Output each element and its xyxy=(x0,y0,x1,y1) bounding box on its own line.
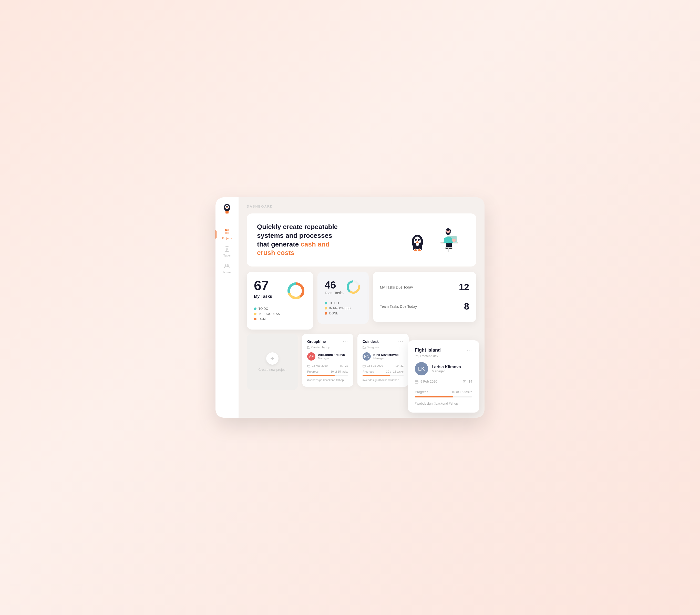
svg-rect-50 xyxy=(308,365,310,367)
svg-rect-56 xyxy=(363,365,365,367)
team-legend-inprogress: IN PROGRESS xyxy=(325,306,362,310)
legend-done: DONE xyxy=(254,317,306,321)
svg-point-28 xyxy=(418,249,421,251)
my-tasks-due-count: 12 xyxy=(459,282,469,293)
fight-island-meta: 9 Feb 2020 14 xyxy=(415,379,472,387)
svg-point-40 xyxy=(446,228,450,231)
penguin-illustration xyxy=(410,230,430,256)
svg-rect-5 xyxy=(225,211,227,214)
coindesk-folder: Designers xyxy=(363,346,403,349)
svg-rect-62 xyxy=(415,380,418,384)
svg-point-3 xyxy=(227,206,228,208)
svg-rect-12 xyxy=(226,246,228,247)
team-tasks-due-label: Team Tasks Due Today xyxy=(380,304,417,309)
banner-highlight: cash and crush costs xyxy=(257,240,329,257)
coindesk-manager: NN Nino Nevserovno Manager xyxy=(363,352,403,361)
team-tasks-card: 46 Team Tasks TO DO xyxy=(317,272,369,324)
groupnine-menu[interactable]: ··· xyxy=(343,339,348,344)
groupnine-progress: Progress 10 of 15 tasks xyxy=(307,370,348,376)
fight-island-tags: #webdesign #backend #shop xyxy=(415,402,472,405)
team-tasks-due-row: Team Tasks Due Today 8 xyxy=(380,297,469,316)
create-project-card[interactable]: Create new project xyxy=(247,334,298,390)
groupnine-manager: AF Alexandra Frolova Manager xyxy=(307,352,348,361)
done-label: DONE xyxy=(259,317,267,321)
fight-island-avatar: LK xyxy=(415,362,428,375)
svg-point-22 xyxy=(416,239,417,241)
header: DASHBOARD xyxy=(247,204,476,208)
svg-point-4 xyxy=(226,207,228,208)
my-tasks-label: My Tasks xyxy=(254,294,272,299)
banner-illustration xyxy=(410,224,466,256)
sidebar-item-tasks-label: Tasks xyxy=(223,254,230,257)
groupnine-name: GroupNine xyxy=(307,340,326,344)
svg-rect-11 xyxy=(225,247,229,251)
person-illustration xyxy=(433,224,466,256)
groupnine-avatar: AF xyxy=(307,352,315,361)
coindesk-meta: 13 Feb 2020 32 xyxy=(363,364,403,367)
groupnine-folder: Created by my xyxy=(307,346,348,349)
svg-rect-6 xyxy=(227,211,228,214)
svg-rect-9 xyxy=(225,232,227,234)
banner-headline: Quickly create repeatable systems and pr… xyxy=(257,223,344,257)
due-today-card: My Tasks Due Today 12 Team Tasks Due Tod… xyxy=(373,272,476,322)
svg-rect-39 xyxy=(448,248,449,252)
sidebar-item-projects[interactable]: Projects xyxy=(215,226,239,243)
project-card-groupnine: GroupNine ··· Created by my AF Alexandra… xyxy=(302,334,353,387)
sidebar-item-projects-label: Projects xyxy=(222,237,232,240)
sidebar: Projects Tasks xyxy=(215,197,239,418)
team-legend-done: DONE xyxy=(325,312,362,315)
coindesk-progress: Progress 10 of 15 tasks xyxy=(363,370,403,376)
done-dot xyxy=(254,318,257,320)
svg-point-24 xyxy=(416,241,419,243)
legend-inprogress: IN PROGRESS xyxy=(254,312,306,316)
main-content: DASHBOARD Quickly create repeatable syst… xyxy=(239,197,485,418)
app-window: Projects Tasks xyxy=(215,197,485,418)
coindesk-menu[interactable]: ··· xyxy=(398,339,403,344)
fight-island-card: Fight Island ··· Frontend dev LK Larisa … xyxy=(408,340,479,413)
svg-point-23 xyxy=(419,239,420,241)
svg-point-27 xyxy=(414,249,417,251)
groupnine-tags: #webdesign #backend #shop xyxy=(307,378,348,381)
fight-island-name: Fight Island xyxy=(415,348,441,353)
svg-rect-7 xyxy=(225,229,227,231)
my-tasks-due-row: My Tasks Due Today 12 xyxy=(380,278,469,297)
inprogress-dot xyxy=(254,313,257,315)
tasks-icon xyxy=(224,246,229,253)
coindesk-name: Coindesk xyxy=(363,340,379,344)
fight-island-manager: LK Larisa Klimova Manager xyxy=(415,362,472,375)
project-card-coindesk: Coindesk ··· Designers NN Nino Nevserovn… xyxy=(358,334,409,387)
legend-todo: TO DO xyxy=(254,307,306,311)
svg-point-16 xyxy=(225,264,227,266)
team-tasks-label: Team Tasks xyxy=(325,291,343,295)
todo-dot xyxy=(254,308,257,310)
svg-rect-10 xyxy=(227,232,229,234)
groupnine-avatar-img: AF xyxy=(307,352,315,361)
page-title: DASHBOARD xyxy=(247,204,273,208)
coindesk-avatar-img: NN xyxy=(363,352,371,361)
create-project-button[interactable] xyxy=(266,352,278,365)
my-tasks-count: 67 xyxy=(254,279,272,292)
hero-banner: Quickly create repeatable systems and pr… xyxy=(247,213,476,266)
teams-icon xyxy=(224,263,230,269)
todo-label: TO DO xyxy=(259,307,268,311)
my-tasks-card: 67 My Tasks xyxy=(247,272,313,329)
sidebar-item-teams[interactable]: Teams xyxy=(215,260,239,277)
fight-island-progress-bar xyxy=(415,396,472,398)
coindesk-tags: #webdesign #backend #shop xyxy=(363,378,403,381)
coindesk-avatar: NN xyxy=(363,352,371,361)
fight-island-progress-row: Progress 10 of 15 tasks xyxy=(415,390,472,394)
fight-island-menu[interactable]: ··· xyxy=(467,348,472,353)
svg-point-17 xyxy=(227,264,229,266)
my-tasks-donut xyxy=(286,280,306,301)
team-tasks-count: 46 xyxy=(325,279,343,291)
svg-point-2 xyxy=(226,206,227,208)
projects-icon xyxy=(224,229,230,236)
stats-row: 67 My Tasks xyxy=(247,272,476,329)
groupnine-meta: 22 Mar 2020 22 xyxy=(307,364,348,367)
sidebar-item-tasks[interactable]: Tasks xyxy=(215,243,239,260)
svg-point-1 xyxy=(225,205,229,209)
team-legend-todo: TO DO xyxy=(325,301,362,305)
create-project-label: Create new project xyxy=(258,368,286,372)
team-tasks-due-count: 8 xyxy=(464,301,469,312)
app-logo xyxy=(222,203,232,216)
